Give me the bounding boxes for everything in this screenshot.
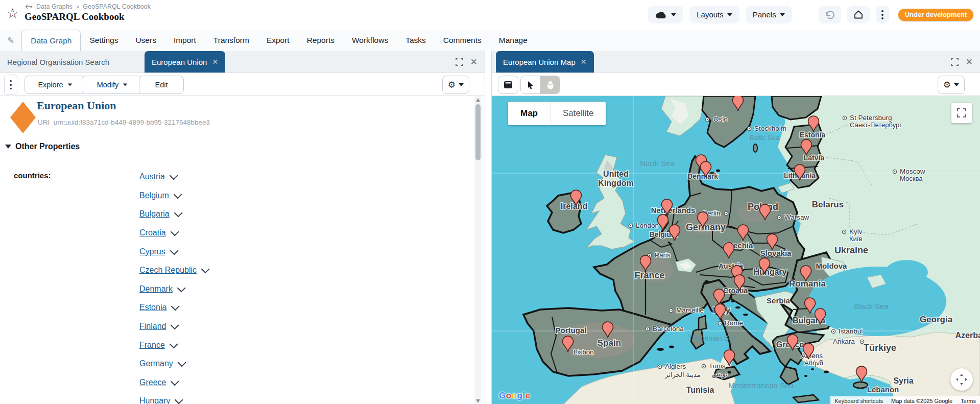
- favorite-star-icon[interactable]: ☆: [7, 7, 18, 20]
- country-link-estonia[interactable]: Estonia: [139, 303, 166, 312]
- countries-list: AustriaBelgiumBulgariaCroatiaCyprusCzech…: [139, 168, 207, 404]
- chevron-down-icon[interactable]: [175, 396, 183, 404]
- google-logo[interactable]: Google: [499, 391, 531, 401]
- country-link-germany[interactable]: Germany: [139, 359, 173, 368]
- page-title: GeoSPARQL Cookbook: [25, 11, 125, 22]
- chevron-down-icon[interactable]: [169, 172, 178, 180]
- chevron-down-icon[interactable]: [173, 190, 182, 199]
- scroll-down-arrow[interactable]: [476, 399, 480, 403]
- tab-import[interactable]: Import: [165, 30, 205, 51]
- country-link-greece[interactable]: Greece: [139, 378, 166, 387]
- tab-regional-organisation-search[interactable]: Regional Organisation Search: [7, 51, 109, 73]
- map-type-satellite-button[interactable]: Satellite: [550, 102, 606, 125]
- chevron-down-icon[interactable]: [177, 283, 186, 292]
- more-options-button[interactable]: [876, 6, 889, 23]
- chevron-down-icon[interactable]: [171, 302, 180, 311]
- country-link-hungary[interactable]: Hungary: [139, 396, 170, 404]
- scrollbar-thumb[interactable]: [475, 104, 481, 160]
- undo-button[interactable]: [819, 6, 841, 23]
- tab-users[interactable]: Users: [127, 30, 164, 51]
- main-tabs: Data GraphSettingsUsersImportTransformEx…: [21, 30, 536, 51]
- layouts-button[interactable]: Layouts: [689, 6, 739, 23]
- home-button[interactable]: [847, 6, 870, 23]
- tab-transform[interactable]: Transform: [205, 30, 258, 51]
- city-label-kyiv: Kyiv: [849, 228, 863, 235]
- map-settings-button[interactable]: ⚙: [938, 76, 965, 94]
- modify-button[interactable]: Modify: [82, 76, 143, 94]
- panel-kebab-button[interactable]: [4, 75, 17, 95]
- country-link-cyprus[interactable]: Cyprus: [139, 247, 165, 256]
- close-panel-icon[interactable]: ✕: [966, 58, 973, 66]
- breadcrumb-current[interactable]: GeoSPARQL Cookbook: [83, 3, 151, 10]
- city-dot-center: [779, 217, 780, 218]
- country-label-spain: Spain: [597, 338, 621, 348]
- keyboard-shortcuts-link[interactable]: Keyboard shortcuts: [834, 398, 883, 404]
- chevron-down-icon[interactable]: [170, 227, 179, 236]
- chevron-down-icon[interactable]: [171, 321, 179, 329]
- corsica: [699, 316, 706, 330]
- panels-label: Panels: [753, 10, 776, 19]
- map-pan-button[interactable]: [950, 368, 973, 391]
- panel-settings-button[interactable]: ⚙: [442, 76, 469, 94]
- tab-data-graph[interactable]: Data Graph: [21, 30, 81, 52]
- tab-european-union-map[interactable]: European Union Map ✕: [496, 51, 594, 73]
- chevron-down-icon[interactable]: [201, 265, 210, 274]
- terms-link[interactable]: Terms: [961, 398, 976, 404]
- other-properties-section-toggle[interactable]: Other Properties: [5, 142, 80, 151]
- country-link-austria[interactable]: Austria: [139, 172, 165, 181]
- tab-tasks[interactable]: Tasks: [397, 30, 435, 51]
- country-link-croatia[interactable]: Croatia: [139, 228, 166, 237]
- country-link-finland[interactable]: Finland: [139, 322, 166, 331]
- city-dot-center: [833, 331, 834, 332]
- tab-export[interactable]: Export: [258, 30, 298, 51]
- country-link-belgium[interactable]: Belgium: [139, 191, 169, 200]
- map-type-map-button[interactable]: Map: [508, 102, 550, 125]
- home-icon: [853, 10, 864, 19]
- breadcrumb[interactable]: Data Graphs > GeoSPARQL Cookbook: [25, 3, 151, 10]
- country-row: Belgium: [139, 186, 207, 205]
- tab-manage[interactable]: Manage: [490, 30, 536, 51]
- chevron-down-icon[interactable]: [169, 340, 178, 348]
- map-layers-icon: [504, 81, 513, 89]
- chevron-down-icon[interactable]: [174, 209, 182, 218]
- map-layers-button[interactable]: [498, 76, 518, 94]
- close-panel-icon[interactable]: ✕: [470, 58, 477, 66]
- country-label-azerbaijan: Azerbaijan: [955, 331, 980, 340]
- expand-panel-icon[interactable]: [456, 58, 463, 66]
- chevron-down-icon[interactable]: [177, 359, 186, 367]
- select-cursor-button[interactable]: [521, 76, 540, 93]
- chevron-down-icon[interactable]: [171, 377, 179, 386]
- city-label-paris: Paris: [655, 251, 671, 259]
- status-badge: Under development: [898, 9, 973, 21]
- edit-pencil-icon[interactable]: ✎: [7, 35, 14, 46]
- scroll-up-arrow[interactable]: [476, 98, 480, 102]
- country-label-lebanon: Lebanon: [867, 385, 899, 394]
- breadcrumb-root[interactable]: Data Graphs: [36, 3, 73, 10]
- tab-workflows[interactable]: Workflows: [343, 30, 397, 51]
- panel-divider[interactable]: [485, 51, 491, 404]
- cloud-menu-button[interactable]: [648, 6, 683, 23]
- resource-title: European Union: [37, 99, 116, 112]
- chevron-down-icon[interactable]: [170, 246, 178, 255]
- country-link-denmark[interactable]: Denmark: [139, 284, 173, 294]
- city-dot-center: [862, 341, 863, 342]
- close-tab-icon[interactable]: ✕: [212, 58, 218, 66]
- country-link-czech-republic[interactable]: Czech Republic: [139, 266, 197, 275]
- tab-settings[interactable]: Settings: [81, 30, 127, 51]
- tab-comments[interactable]: Comments: [435, 30, 490, 51]
- google-map[interactable]: North SeaBaltic SeaBlack SeaMediterranea…: [492, 96, 980, 404]
- pan-hand-button[interactable]: [540, 76, 560, 93]
- tab-reports[interactable]: Reports: [298, 30, 343, 51]
- map-canvas[interactable]: North SeaBaltic SeaBlack SeaMediterranea…: [492, 96, 980, 404]
- country-link-bulgaria[interactable]: Bulgaria: [139, 209, 170, 219]
- tab-european-union[interactable]: European Union ✕: [145, 51, 225, 73]
- panels-button[interactable]: Panels: [746, 6, 792, 23]
- country-link-france[interactable]: France: [139, 341, 165, 350]
- expand-panel-icon[interactable]: [951, 58, 959, 66]
- explore-button[interactable]: Explore: [25, 76, 86, 94]
- close-tab-icon[interactable]: ✕: [581, 58, 587, 66]
- map-fullscreen-button[interactable]: [951, 103, 972, 123]
- edit-button[interactable]: Edit: [139, 76, 184, 94]
- country-row: Germany: [139, 354, 207, 373]
- vertical-scrollbar[interactable]: [474, 96, 482, 404]
